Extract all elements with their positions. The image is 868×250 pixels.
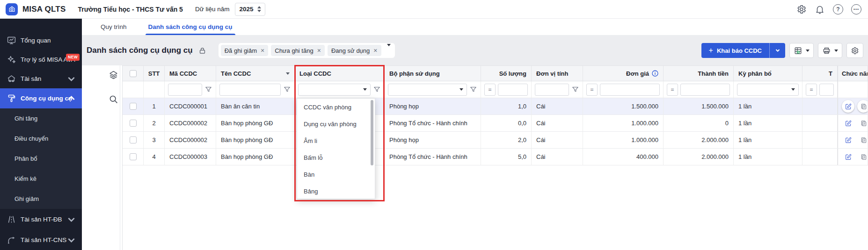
sidebar-subitem-ghi-tang[interactable]: Ghi tăng [0, 108, 82, 129]
close-icon[interactable]: × [261, 47, 264, 54]
col-truncated[interactable]: T [802, 66, 838, 81]
filter-dropdown-arrow[interactable] [387, 46, 391, 55]
filter-input-ten-ccdc[interactable] [219, 84, 281, 96]
filter-select-ky-phan-bo[interactable] [737, 84, 799, 96]
tab-danh-sach-ccdc[interactable]: Danh sách công cụ dụng cụ [148, 23, 233, 35]
filter-select-loai-ccdc[interactable] [298, 84, 371, 96]
dropdown-option[interactable]: Dụng cụ văn phòng [297, 115, 375, 132]
row-checkbox[interactable] [130, 153, 137, 160]
dropdown-option[interactable]: Âm li [297, 132, 375, 149]
col-thanh-tien[interactable]: Thành tiền [664, 66, 734, 81]
table-row[interactable]: 2 CCDC000002 Bàn họp phòng GĐ Phòng Tổ c… [123, 115, 868, 132]
year-selector[interactable]: 2025 [235, 3, 265, 16]
funnel-icon[interactable] [571, 86, 579, 93]
funnel-icon[interactable] [373, 86, 381, 93]
funnel-icon[interactable] [469, 86, 477, 93]
more-icon[interactable]: ⋯ [851, 4, 861, 14]
col-bo-phan[interactable]: Bộ phận sử dụng [385, 66, 481, 81]
filter-input-thanh-tien[interactable] [680, 84, 730, 96]
col-so-luong[interactable]: Số lượng [481, 66, 532, 81]
table-filter-row: = = = = [123, 81, 868, 98]
duplicate-button[interactable] [857, 134, 868, 146]
filter-select-bo-phan[interactable] [388, 84, 467, 96]
funnel-icon[interactable] [283, 86, 291, 93]
row-checkbox[interactable] [130, 136, 137, 143]
duplicate-button[interactable] [857, 117, 868, 129]
sidebar-item-tai-san-ht-cns[interactable]: Tài sản HT-CNS [0, 229, 82, 250]
duplicate-button[interactable] [857, 150, 868, 163]
sidebar-item-tro-ly-so[interactable]: Trợ lý số MISA AVA NEW [0, 50, 82, 69]
select-all-checkbox[interactable] [130, 70, 137, 77]
cell-ky-phan-bo: 1 lần [734, 115, 802, 131]
table-row[interactable]: 4 CCDC000003 Bàn họp phòng GĐ Phòng Tổ c… [123, 149, 868, 165]
page-title: Danh sách công cụ dụng cụ [87, 46, 193, 55]
khai-bao-ccdc-dropdown-button[interactable] [769, 43, 785, 58]
filter-operator[interactable]: = [586, 84, 598, 96]
filter-input-ma-ccdc[interactable] [168, 84, 202, 96]
sidebar-subitem-kiem-ke[interactable]: Kiểm kê [0, 169, 82, 189]
sidebar-item-tai-san[interactable]: Tài sản [0, 69, 82, 88]
col-ma-ccdc[interactable]: Mã CCDC [165, 66, 216, 81]
edit-button[interactable] [842, 134, 854, 146]
edit-button[interactable] [842, 117, 854, 129]
search-icon[interactable] [109, 94, 118, 104]
table-row[interactable]: 1 CCDC000001 Bàn ăn căn tin Phòng họp 1,… [123, 98, 868, 115]
filter-chip[interactable]: Đã ghi giảm × [221, 45, 269, 56]
close-icon[interactable]: × [373, 47, 377, 54]
dropdown-scrollbar[interactable] [371, 100, 373, 165]
table-settings-button[interactable] [846, 43, 863, 58]
dropdown-option[interactable]: Bấm lỗ [297, 149, 375, 166]
col-loai-ccdc[interactable]: Loại CCDC [295, 66, 385, 81]
bell-icon[interactable] [815, 4, 825, 14]
col-ky-phan-bo[interactable]: Kỳ phân bổ [734, 66, 802, 81]
filter-input-t[interactable] [819, 84, 834, 96]
dropdown-option[interactable]: Bảng [297, 183, 375, 200]
col-stt[interactable]: STT [144, 66, 165, 81]
duplicate-button[interactable] [857, 100, 868, 113]
dashboard-icon [7, 36, 16, 45]
cell-so-luong: 0,0 [481, 115, 532, 131]
export-excel-button[interactable] [789, 43, 814, 58]
cell-stt: 2 [144, 115, 165, 131]
sidebar-item-tai-san-ht-db[interactable]: Tài sản HT-ĐB [0, 209, 82, 229]
col-don-vi-tinh[interactable]: Đơn vị tính [532, 66, 583, 81]
app-logo-icon[interactable] [6, 3, 18, 15]
filter-input-don-vi[interactable] [535, 84, 569, 96]
dropdown-option[interactable]: Bàn [297, 166, 375, 183]
table-row[interactable]: 3 CCDC000002 Bàn họp phòng GĐ Phòng họp … [123, 132, 868, 149]
sidebar-item-cong-cu-dung-cu[interactable]: Công cụ dụng cụ [0, 88, 82, 108]
info-icon[interactable] [652, 70, 658, 77]
layers-icon[interactable] [109, 70, 118, 80]
col-ten-ccdc[interactable]: Tên CCDC [216, 66, 295, 81]
sidebar-subitem-ghi-giam[interactable]: Ghi giảm [0, 189, 82, 209]
tab-quy-trinh[interactable]: Quy trình [101, 23, 127, 35]
filter-operator[interactable]: = [484, 84, 496, 96]
edit-button[interactable] [842, 150, 854, 163]
cell-don-vi: Cái [532, 149, 583, 165]
new-badge: NEW [66, 54, 80, 61]
sidebar-item-tong-quan[interactable]: Tổng quan [0, 30, 82, 50]
row-checkbox[interactable] [130, 120, 137, 127]
dropdown-option[interactable]: CCDC văn phòng [297, 99, 375, 115]
cell-don-gia: 1.000.000 [583, 115, 664, 131]
print-button[interactable] [818, 43, 842, 58]
filter-operator[interactable]: = [667, 84, 678, 96]
gear-icon[interactable] [796, 4, 807, 14]
filter-input-don-gia[interactable] [600, 84, 660, 96]
khai-bao-ccdc-button[interactable]: + Khai báo CCDC [701, 43, 769, 58]
close-icon[interactable]: × [317, 47, 321, 54]
year-stepper[interactable] [257, 6, 261, 12]
edit-button[interactable] [842, 100, 854, 113]
filter-input-so-luong[interactable] [498, 84, 528, 96]
funnel-icon[interactable] [204, 86, 212, 93]
filter-operator[interactable]: = [806, 84, 817, 96]
sort-caret-icon[interactable] [286, 72, 290, 75]
row-checkbox[interactable] [130, 103, 137, 110]
chevron-up-icon [66, 93, 76, 103]
filter-chip[interactable]: Chưa ghi tăng × [271, 45, 325, 56]
sidebar-subitem-phan-bo[interactable]: Phân bổ [0, 149, 82, 169]
col-don-gia[interactable]: Đơn giá [583, 66, 664, 81]
sidebar-subitem-dieu-chuyen[interactable]: Điều chuyển [0, 129, 82, 149]
filter-chip[interactable]: Đang sử dụng × [328, 45, 381, 56]
help-icon[interactable]: ? [833, 4, 843, 14]
